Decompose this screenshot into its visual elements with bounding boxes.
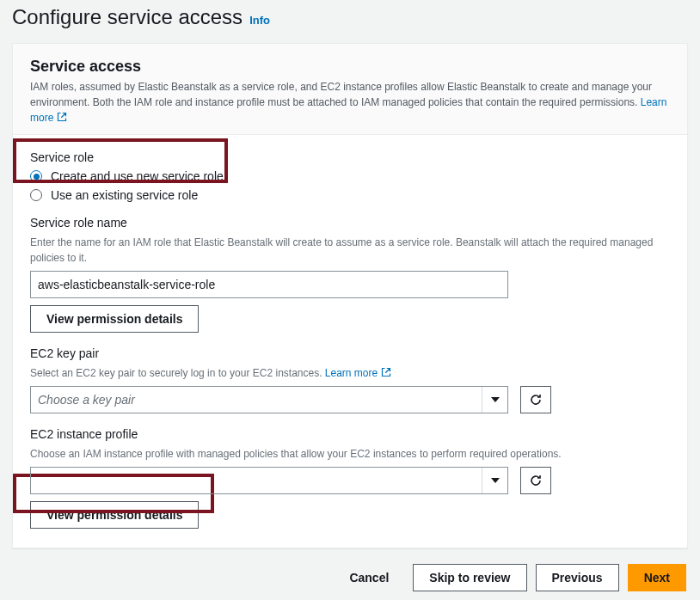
panel-body: Service role Create and use new service …: [13, 135, 687, 548]
page-title-text: Configure service access: [12, 5, 243, 29]
service-role-name-input[interactable]: [30, 271, 508, 298]
service-role-name-section: Service role name Enter the name for an …: [30, 216, 670, 333]
skip-to-review-button[interactable]: Skip to review: [413, 564, 526, 591]
instance-profile-select[interactable]: [30, 467, 508, 494]
service-role-name-label: Service role name: [30, 216, 670, 230]
radio-create-service-role[interactable]: Create and use new service role: [30, 169, 670, 183]
ec2-keypair-help-text: Select an EC2 key pair to securely log i…: [30, 367, 325, 379]
ec2-keypair-placeholder: Choose a key pair: [38, 393, 135, 407]
radio-existing-label: Use an existing service role: [51, 188, 198, 202]
radio-create-label: Create and use new service role: [51, 169, 224, 183]
service-role-name-help: Enter the name for an IAM role that Elas…: [30, 235, 670, 266]
refresh-instance-profile-button[interactable]: [520, 467, 551, 494]
instance-profile-help: Choose an IAM instance profile with mana…: [30, 446, 670, 462]
next-button[interactable]: Next: [628, 564, 686, 591]
panel-description-text: IAM roles, assumed by Elastic Beanstalk …: [30, 81, 652, 108]
external-link-icon: [57, 112, 67, 122]
previous-button[interactable]: Previous: [536, 564, 619, 591]
ec2-keypair-label: EC2 key pair: [30, 346, 670, 360]
instance-profile-section: EC2 instance profile Choose an IAM insta…: [30, 427, 670, 529]
instance-profile-label: EC2 instance profile: [30, 427, 670, 441]
external-link-icon: [381, 367, 391, 377]
service-role-label: Service role: [30, 150, 670, 164]
page-title: Configure service access Info: [12, 5, 688, 29]
service-access-panel: Service access IAM roles, assumed by Ela…: [12, 43, 688, 548]
cancel-button[interactable]: Cancel: [334, 564, 404, 591]
chevron-down-icon: [482, 387, 507, 413]
ec2-keypair-learn-more[interactable]: Learn more: [325, 367, 391, 379]
ec2-keypair-section: EC2 key pair Select an EC2 key pair to s…: [30, 346, 670, 413]
refresh-icon: [529, 393, 543, 407]
radio-selected-icon: [30, 170, 42, 182]
view-permissions-button-2[interactable]: View permission details: [30, 501, 199, 529]
footer-actions: Cancel Skip to review Previous Next: [12, 564, 688, 591]
panel-description: IAM roles, assumed by Elastic Beanstalk …: [30, 79, 670, 126]
ec2-keypair-help: Select an EC2 key pair to securely log i…: [30, 365, 670, 381]
refresh-icon: [529, 474, 543, 487]
radio-existing-service-role[interactable]: Use an existing service role: [30, 188, 670, 202]
chevron-down-icon: [482, 468, 507, 493]
ec2-keypair-learn-more-text: Learn more: [325, 367, 378, 379]
panel-title: Service access: [30, 58, 670, 76]
radio-unselected-icon: [30, 189, 42, 201]
info-link[interactable]: Info: [249, 14, 270, 27]
refresh-keypair-button[interactable]: [520, 386, 551, 413]
panel-header: Service access IAM roles, assumed by Ela…: [13, 44, 687, 135]
ec2-keypair-select[interactable]: Choose a key pair: [30, 386, 508, 413]
view-permissions-button-1[interactable]: View permission details: [30, 305, 199, 333]
